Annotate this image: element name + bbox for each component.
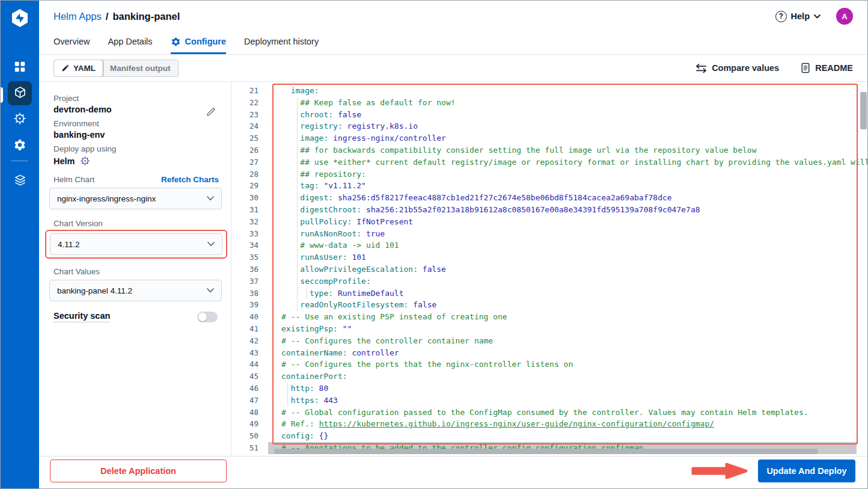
code-line-21[interactable]: 21 image: [232, 85, 867, 97]
compare-arrows-icon [695, 63, 707, 73]
line-number: 41 [232, 323, 268, 335]
code-line-43[interactable]: 43containerName: controller [232, 347, 867, 359]
code-line-24[interactable]: 24 registry: registry.k8s.io [232, 120, 867, 132]
refetch-charts-link[interactable]: Refetch Charts [161, 175, 219, 184]
code-line-text: runAsUser: 101 [268, 251, 867, 263]
document-icon [801, 63, 810, 73]
yaml-editor[interactable]: 21 image:22 ## Keep false as default for… [232, 82, 867, 456]
yaml-code-area[interactable]: 21 image:22 ## Keep false as default for… [232, 82, 867, 456]
code-line-25[interactable]: 25 image: ingress-nginx/controller [232, 132, 867, 144]
code-line-text: type: RuntimeDefault [268, 288, 867, 300]
line-number: 33 [232, 228, 268, 240]
code-line-23[interactable]: 23 chroot: false [232, 109, 867, 121]
breadcrumb-helm-apps-link[interactable]: Helm Apps [53, 11, 102, 22]
help-menu[interactable]: ? Help [775, 11, 821, 22]
breadcrumb-app-name: banking-panel [112, 11, 180, 22]
code-line-38[interactable]: 38 type: RuntimeDefault [232, 288, 867, 300]
indent-guide [297, 216, 298, 228]
code-line-45[interactable]: 45containerPort: [232, 371, 867, 383]
line-number: 44 [232, 358, 268, 371]
security-scan-toggle[interactable] [197, 312, 218, 322]
code-line-46[interactable]: 46 http: 80 [232, 383, 867, 395]
code-line-30[interactable]: 30 digest: sha256:d5f8217feeac4887cb1ed2… [232, 192, 867, 204]
project-value: devtron-demo [53, 105, 112, 114]
code-line-41[interactable]: 41existingPsp: "" [232, 323, 867, 335]
code-line-40[interactable]: 40# -- Use an existing PSP instead of cr… [232, 311, 867, 323]
code-line-36[interactable]: 36 allowPrivilegeEscalation: false [232, 263, 867, 275]
code-line-42[interactable]: 42# -- Configures the controller contain… [232, 335, 867, 347]
footer-bar: Delete Application Update And Deploy [39, 456, 867, 489]
code-line-39[interactable]: 39 readOnlyRootFilesystem: false [232, 299, 867, 311]
edit-pencil-icon[interactable] [206, 106, 216, 117]
sidebar-item-chart-store[interactable] [8, 108, 32, 132]
readme-button[interactable]: README [801, 63, 853, 73]
indent-guide [297, 180, 298, 192]
environment-label: Environment [53, 119, 219, 128]
line-number: 30 [232, 192, 268, 204]
devtron-logo-icon[interactable] [10, 8, 30, 28]
code-line-34[interactable]: 34 # www-data -> uid 101 [232, 239, 867, 251]
breadcrumb-separator: / [106, 11, 109, 22]
code-line-33[interactable]: 33 runAsNonRoot: true [232, 228, 867, 240]
tab-app-details[interactable]: App Details [108, 32, 152, 54]
line-number: 32 [232, 216, 268, 228]
chevron-down-icon [814, 14, 821, 19]
line-number: 34 [232, 239, 268, 251]
manifest-output-tab-button[interactable]: Manifest output [103, 60, 178, 76]
code-line-44[interactable]: 44# -- Configures the ports that the ngi… [232, 358, 867, 371]
vertical-scrollbar[interactable] [860, 92, 867, 129]
layers-stack-icon [13, 173, 27, 189]
sidebar-item-applications[interactable] [8, 56, 32, 80]
code-line-text: containerName: controller [268, 347, 867, 359]
tab-configure[interactable]: Configure [171, 32, 226, 54]
sidebar-item-app-details[interactable] [8, 81, 32, 105]
help-label: Help [791, 11, 810, 21]
chart-version-label: Chart Version [53, 219, 219, 228]
chart-values-select[interactable]: banking-panel 4.11.2 [49, 280, 222, 301]
code-line-22[interactable]: 22 ## Keep false as default for now! [232, 97, 867, 109]
helm-chart-select[interactable]: nginx-ingress/ingress-nginx [49, 188, 222, 209]
avatar[interactable]: A [836, 8, 853, 25]
chevron-down-icon [207, 288, 214, 293]
code-line-49[interactable]: 49# Ref.: https://kubernetes.github.io/i… [232, 418, 867, 430]
line-number: 37 [232, 275, 268, 288]
code-line-text: digestChroot: sha256:21b55a2f0213a18b916… [268, 204, 867, 216]
indent-guide [297, 204, 298, 216]
code-line-35[interactable]: 35 runAsUser: 101 [232, 251, 867, 263]
code-line-48[interactable]: 48# -- Global configuration passed to th… [232, 407, 867, 419]
indent-guide [297, 192, 298, 204]
code-line-47[interactable]: 47 https: 443 [232, 395, 867, 407]
chart-version-select[interactable]: 4.11.2 [50, 233, 222, 255]
code-line-28[interactable]: 28 ## repository: [232, 168, 867, 180]
code-line-29[interactable]: 29 tag: "v1.11.2" [232, 180, 867, 192]
horizontal-scrollbar[interactable] [274, 449, 818, 454]
code-line-26[interactable]: 26 ## for backwards compatibility consid… [232, 144, 867, 156]
code-line-text: # Ref.: https://kubernetes.github.io/ing… [268, 418, 867, 430]
sidebar-item-global-config[interactable] [8, 134, 32, 158]
tab-overview[interactable]: Overview [53, 32, 90, 54]
yaml-tab-button[interactable]: YAML [53, 60, 103, 77]
tab-deployment-history[interactable]: Deployment history [244, 32, 319, 54]
compare-values-button[interactable]: Compare values [695, 63, 779, 73]
code-line-37[interactable]: 37 seccompProfile: [232, 275, 867, 288]
indent-guide [307, 288, 307, 300]
code-line-text: digest: sha256:d5f8217feeac4887cb1ed21f2… [268, 192, 867, 204]
delete-application-button[interactable]: Delete Application [50, 460, 227, 482]
breadcrumb: Helm Apps / banking-panel [53, 11, 180, 22]
code-line-32[interactable]: 32 pullPolicy: IfNotPresent [232, 216, 867, 228]
line-number: 31 [232, 204, 268, 216]
line-number: 39 [232, 299, 268, 311]
pencil-icon [61, 64, 70, 72]
line-number: 21 [232, 85, 268, 97]
code-line-50[interactable]: 50config: {} [232, 430, 867, 442]
grid-icon [13, 60, 26, 76]
deployment-config-panel: Project devtron-demo Environment banking… [39, 82, 231, 456]
sidebar-item-stack-manager[interactable] [8, 169, 32, 193]
chevron-down-icon [207, 196, 214, 201]
code-line-31[interactable]: 31 digestChroot: sha256:21b55a2f0213a18b… [232, 204, 867, 216]
code-line-text: pullPolicy: IfNotPresent [268, 216, 867, 228]
code-line-text: ## for backwards compatibility consider … [268, 144, 867, 156]
code-line-27[interactable]: 27 ## use *either* current default regis… [232, 156, 867, 168]
code-line-text: ## use *either* current default registry… [268, 156, 867, 168]
update-and-deploy-button[interactable]: Update And Deploy [758, 460, 855, 482]
